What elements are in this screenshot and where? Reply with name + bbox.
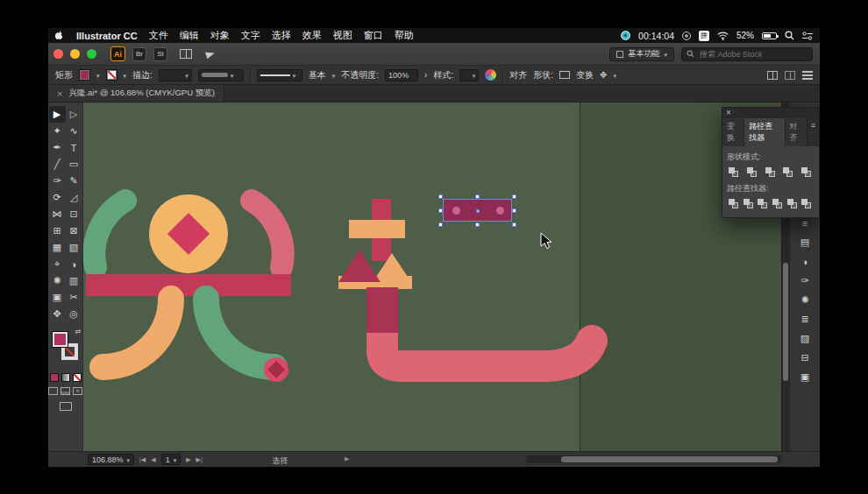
- style-swatch-select[interactable]: [459, 69, 479, 81]
- selection-handle-ne[interactable]: [512, 194, 516, 199]
- type-tool[interactable]: T: [66, 139, 82, 156]
- divide-button[interactable]: [727, 196, 742, 211]
- pencil-tool[interactable]: ✎: [66, 173, 82, 189]
- menubar-item[interactable]: 效果: [302, 29, 322, 42]
- width-tool[interactable]: ⋈: [49, 206, 66, 222]
- hand-tool[interactable]: ✥: [49, 306, 66, 322]
- crop-button[interactable]: [771, 196, 786, 211]
- free-transform-tool[interactable]: ⊡: [66, 206, 82, 222]
- opacity-input[interactable]: 100%: [385, 69, 418, 81]
- layers-panel-icon[interactable]: ⊟: [795, 351, 815, 364]
- artboards-panel-icon[interactable]: ▣: [795, 370, 815, 384]
- draw-normal-button[interactable]: [48, 387, 58, 395]
- scale-tool[interactable]: ◿: [66, 189, 82, 206]
- spotlight-icon[interactable]: [785, 31, 794, 40]
- color-panel-icon[interactable]: ◑: [795, 255, 815, 268]
- stroke-style-select[interactable]: [257, 69, 302, 81]
- variable-width-profile-select[interactable]: [198, 69, 244, 81]
- column-graph-tool[interactable]: ▥: [66, 272, 82, 289]
- brushes-panel-icon[interactable]: ✑: [795, 274, 815, 287]
- close-window-button[interactable]: [53, 49, 63, 59]
- selection-tool[interactable]: ▶: [49, 106, 66, 123]
- stock-search-input[interactable]: [698, 49, 808, 60]
- stroke-chevron-icon[interactable]: [124, 70, 127, 80]
- prev-artboard-button[interactable]: ◀: [151, 456, 155, 463]
- minus-back-button[interactable]: [800, 196, 815, 211]
- workspace-switcher[interactable]: 基本功能: [609, 47, 674, 61]
- adobe-stock-search[interactable]: [681, 47, 813, 61]
- slice-tool[interactable]: ✂: [66, 289, 82, 306]
- selection-handle-n[interactable]: [475, 194, 480, 199]
- opacity-flyout-icon[interactable]: ›: [424, 70, 427, 80]
- brush-definition-select[interactable]: 基本: [309, 69, 326, 81]
- merge-button[interactable]: [756, 196, 771, 211]
- document-tab[interactable]: × 兴隆.ai* @ 106.88% (CMYK/GPU 预览): [48, 85, 224, 102]
- menubar-item[interactable]: 对象: [210, 29, 230, 42]
- gradient-button[interactable]: [61, 373, 70, 382]
- isolate-mode-icon[interactable]: ✥: [600, 70, 607, 80]
- outline-button[interactable]: [786, 196, 800, 211]
- selection-handle-se[interactable]: [512, 222, 516, 227]
- panel-menu-icon[interactable]: ≡: [808, 118, 819, 146]
- status-flyout-icon[interactable]: ▶: [345, 455, 349, 462]
- control-panel-menu-icon[interactable]: [802, 71, 813, 73]
- apple-menu-icon[interactable]: [55, 30, 65, 41]
- shape-builder-tool[interactable]: ⊞: [49, 222, 66, 239]
- pen-tool[interactable]: ✒: [49, 139, 66, 156]
- menubar-item[interactable]: 窗口: [364, 29, 383, 42]
- paintbrush-tool[interactable]: ✑: [49, 173, 66, 189]
- transform-button[interactable]: 变换: [576, 69, 594, 81]
- selected-object[interactable]: [438, 194, 517, 227]
- recolor-artwork-icon[interactable]: [485, 69, 496, 81]
- tab-pathfinder[interactable]: 路径查找器: [744, 118, 785, 146]
- lasso-tool[interactable]: ∿: [66, 123, 82, 139]
- stroke-color-swatch[interactable]: [106, 69, 117, 81]
- unite-button[interactable]: [727, 165, 742, 180]
- minus-front-button[interactable]: [745, 165, 760, 180]
- stock-icon[interactable]: St: [153, 47, 167, 61]
- symbol-sprayer-tool[interactable]: ✺: [49, 272, 66, 289]
- close-panel-icon[interactable]: ×: [726, 109, 731, 117]
- close-tab-icon[interactable]: ×: [57, 88, 62, 99]
- last-artboard-button[interactable]: ▶|: [196, 456, 203, 463]
- graphic-styles-panel-icon[interactable]: ≣: [795, 313, 815, 326]
- gradient-panel-icon[interactable]: ▨: [795, 332, 815, 345]
- screen-mode-button[interactable]: [60, 402, 72, 411]
- tab-transform[interactable]: 变换: [722, 118, 744, 146]
- horizontal-scrollbar-thumb[interactable]: [561, 456, 778, 462]
- trim-button[interactable]: [742, 196, 757, 211]
- color-button[interactable]: [50, 373, 59, 382]
- menubar-item[interactable]: 帮助: [395, 29, 414, 42]
- shape-properties-icon[interactable]: [559, 71, 570, 79]
- zoom-window-button[interactable]: [87, 49, 96, 59]
- intersect-button[interactable]: [764, 165, 779, 180]
- mesh-tool[interactable]: ▦: [49, 239, 66, 256]
- siri-icon[interactable]: [682, 32, 691, 40]
- blend-tool[interactable]: ◑: [66, 256, 82, 272]
- notification-center-icon[interactable]: [802, 32, 813, 40]
- selection-handle-sw[interactable]: [438, 222, 443, 227]
- gradient-tool[interactable]: ▧: [66, 239, 82, 256]
- canvas[interactable]: [83, 102, 781, 451]
- zoom-select[interactable]: 106.88%: [88, 454, 134, 465]
- draw-behind-button[interactable]: [60, 387, 70, 395]
- menubar-item[interactable]: 视图: [333, 29, 352, 42]
- swatches-panel-icon[interactable]: ▤: [795, 236, 815, 249]
- none-button[interactable]: [73, 373, 82, 382]
- arrange-documents-icon[interactable]: [180, 49, 192, 59]
- menubar-item[interactable]: 文字: [241, 29, 260, 42]
- zoom-tool[interactable]: ◎: [66, 306, 82, 322]
- fill-swatch[interactable]: [52, 331, 68, 348]
- selection-handle-w[interactable]: [438, 208, 443, 213]
- input-source-icon[interactable]: 拼: [699, 31, 709, 41]
- stroke-weight-select[interactable]: [159, 69, 192, 81]
- document-layout-icon[interactable]: [785, 71, 795, 80]
- fill-color-swatch[interactable]: [79, 69, 90, 81]
- share-icon[interactable]: [205, 49, 216, 59]
- selection-handle-s[interactable]: [475, 222, 480, 227]
- rectangle-tool[interactable]: ▭: [66, 156, 82, 173]
- horizontal-scrollbar[interactable]: [526, 455, 781, 463]
- artboard-number-select[interactable]: 1: [161, 454, 181, 465]
- chevron-down-icon[interactable]: [332, 70, 336, 80]
- chevron-down-icon[interactable]: [613, 70, 616, 80]
